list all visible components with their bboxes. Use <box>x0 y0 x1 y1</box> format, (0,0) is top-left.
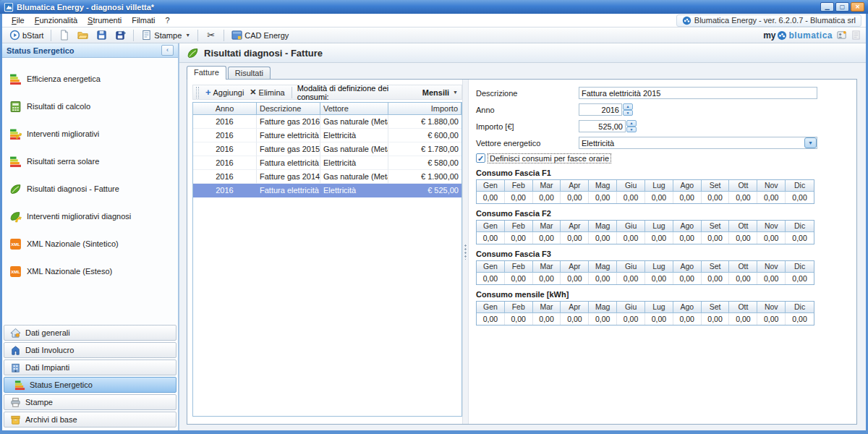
menu-strumenti[interactable]: Strumenti <box>82 14 127 26</box>
month-value-cell[interactable]: 0,00 <box>702 232 730 244</box>
month-value-cell[interactable]: 0,00 <box>561 192 589 203</box>
month-value-cell[interactable]: 0,00 <box>673 232 702 244</box>
invoice-cell-descrizione[interactable]: Fattura elettricità 2... <box>257 156 320 170</box>
nav-button-dati-involucro[interactable]: Dati Involucro <box>4 342 176 358</box>
sidebar-item-xml-nazionale-esteso[interactable]: XMLXML Nazionale (Esteso) <box>9 258 178 285</box>
month-value-cell[interactable]: 0,00 <box>533 232 561 244</box>
month-value-cell[interactable]: 0,00 <box>645 232 673 244</box>
month-value-cell[interactable]: 0,00 <box>757 313 786 325</box>
invoice-cell-descrizione[interactable]: Fatture elettricità 2... <box>257 129 320 142</box>
maximize-button[interactable]: ▢ <box>835 2 849 12</box>
mode-dropdown[interactable]: Mensili ▼ <box>422 88 459 98</box>
sidebar-item-interventi-migliorativi[interactable]: Interventi migliorativi <box>9 120 178 148</box>
month-value-cell[interactable]: 0,00 <box>702 273 730 284</box>
month-value-cell[interactable]: 0,00 <box>617 273 645 284</box>
sidebar-item-risultati-diagnosi-fatture[interactable]: Risultati diagnosi - Fatture <box>9 175 178 203</box>
month-value-cell[interactable]: 0,00 <box>673 313 702 325</box>
save-all-button[interactable] <box>112 29 129 41</box>
my-blumatica-logo[interactable]: my blumatica <box>763 30 833 41</box>
month-value-cell[interactable]: 0,00 <box>786 232 814 244</box>
month-value-cell[interactable]: 0,00 <box>505 273 533 284</box>
sidebar-item-efficienza-energetica[interactable]: Efficienza energetica <box>9 65 178 93</box>
new-document-button[interactable] <box>56 29 72 41</box>
month-value-cell[interactable]: 0,00 <box>589 192 617 203</box>
month-value-cell[interactable]: 0,00 <box>533 313 561 325</box>
bstart-button[interactable]: bStart <box>7 29 46 41</box>
month-value-cell[interactable]: 0,00 <box>589 232 617 244</box>
month-value-cell[interactable]: 0,00 <box>617 232 645 244</box>
menu-help[interactable]: ? <box>161 14 175 26</box>
invoice-cell-vettore[interactable]: Gas naturale (Metano) <box>320 115 388 129</box>
month-value-cell[interactable]: 0,00 <box>477 232 505 244</box>
save-button[interactable] <box>93 29 110 41</box>
column-header-descrizione[interactable]: Descrizione <box>257 103 320 115</box>
anno-spin-down-icon[interactable]: ▼ <box>623 110 633 116</box>
stampe-button[interactable]: Stampe▼ <box>138 29 193 41</box>
sidebar-item-risultati-di-calcolo[interactable]: Risultati di calcolo <box>9 93 178 120</box>
invoice-cell-descrizione[interactable]: Fatture gas 2014 <box>257 170 320 184</box>
month-value-cell[interactable]: 0,00 <box>786 313 814 325</box>
invoice-cell-anno[interactable]: 2016 <box>193 156 257 170</box>
month-value-cell[interactable]: 0,00 <box>757 192 786 203</box>
invoice-cell-anno[interactable]: 2016 <box>193 115 257 129</box>
nav-button-status-energetico[interactable]: Status Energetico <box>4 377 176 393</box>
invoice-cell-vettore[interactable]: Gas naturale (Metano) <box>320 170 388 184</box>
invoice-cell-anno[interactable]: 2016 <box>193 170 257 184</box>
month-value-cell[interactable]: 0,00 <box>533 192 561 203</box>
month-value-cell[interactable]: 0,00 <box>645 273 673 284</box>
vettore-combobox[interactable]: Elettricità ▼ <box>579 137 817 149</box>
month-value-cell[interactable]: 0,00 <box>561 232 589 244</box>
month-value-cell[interactable]: 0,00 <box>673 192 702 203</box>
invoice-cell-descrizione[interactable]: Fattura elettricità 2... <box>257 184 320 197</box>
month-value-cell[interactable]: 0,00 <box>477 273 505 284</box>
invoice-cell-importo[interactable]: € 1.900,00 <box>388 170 461 184</box>
month-value-cell[interactable]: 0,00 <box>505 192 533 203</box>
invoice-cell-vettore[interactable]: Gas naturale (Metano) <box>320 142 388 156</box>
month-value-cell[interactable]: 0,00 <box>702 313 730 325</box>
month-value-cell[interactable]: 0,00 <box>729 313 757 325</box>
sidebar-item-risultati-serra-solare[interactable]: Risultati serra solare <box>9 148 178 175</box>
column-header-importo[interactable]: Importo <box>388 103 461 115</box>
month-value-cell[interactable]: 0,00 <box>757 273 786 284</box>
nav-button-dati-impianti[interactable]: Dati Impianti <box>4 359 176 375</box>
sidebar-item-interventi-migliorativi-diagnosi[interactable]: Interventi migliorativi diagnosi <box>9 203 178 230</box>
month-value-cell[interactable]: 0,00 <box>645 313 673 325</box>
close-button[interactable]: ✕ <box>851 2 864 12</box>
user-card-icon[interactable] <box>836 30 847 41</box>
month-value-cell[interactable]: 0,00 <box>729 232 757 244</box>
cut-button[interactable]: ✂ <box>203 29 219 41</box>
open-button[interactable] <box>75 29 91 41</box>
nav-button-archivi-di-base[interactable]: Archivi di base <box>4 412 176 427</box>
nav-button-dati-generali[interactable]: Dati generali <box>4 325 176 341</box>
invoice-cell-vettore[interactable]: Elettricità <box>320 156 388 170</box>
month-value-cell[interactable]: 0,00 <box>589 273 617 284</box>
month-value-cell[interactable]: 0,00 <box>533 273 561 284</box>
invoice-cell-importo[interactable]: € 580,00 <box>388 156 461 170</box>
tab-risultati[interactable]: Risultati <box>228 67 271 80</box>
month-value-cell[interactable]: 0,00 <box>702 192 730 203</box>
sidebar-collapse-button[interactable]: ‹ <box>161 45 174 56</box>
invoice-cell-descrizione[interactable]: Fatture gas 2016 <box>257 115 320 129</box>
tab-fatture[interactable]: Fatture <box>187 66 226 80</box>
delete-invoice-button[interactable]: ✕ Elimina <box>248 87 286 98</box>
combo-chevron-down-icon[interactable]: ▼ <box>804 137 817 148</box>
descrizione-input[interactable] <box>579 87 817 99</box>
month-value-cell[interactable]: 0,00 <box>477 313 505 325</box>
pane-splitter[interactable] <box>462 80 469 424</box>
fasce-orarie-checkbox[interactable]: ✓ <box>476 153 485 163</box>
month-value-cell[interactable]: 0,00 <box>505 313 533 325</box>
add-invoice-button[interactable]: + Aggiungi <box>204 86 245 98</box>
sidebar-item-xml-nazionale-sintetico[interactable]: XMLXML Nazionale (Sintetico) <box>9 230 178 258</box>
nav-button-stampe[interactable]: Stampe <box>4 394 176 410</box>
menu-funzionalita[interactable]: Funzionalità <box>30 14 82 26</box>
month-value-cell[interactable]: 0,00 <box>786 192 814 203</box>
month-value-cell[interactable]: 0,00 <box>561 273 589 284</box>
toolbar-grip[interactable] <box>196 87 199 98</box>
invoice-cell-importo[interactable]: € 600,00 <box>388 129 461 142</box>
invoice-cell-anno[interactable]: 2016 <box>193 184 257 197</box>
minimize-button[interactable]: ▁ <box>820 2 834 12</box>
month-value-cell[interactable]: 0,00 <box>561 313 589 325</box>
invoice-cell-anno[interactable]: 2016 <box>193 142 257 156</box>
month-value-cell[interactable]: 0,00 <box>757 232 786 244</box>
invoice-cell-importo[interactable]: € 1.880,00 <box>388 115 461 129</box>
